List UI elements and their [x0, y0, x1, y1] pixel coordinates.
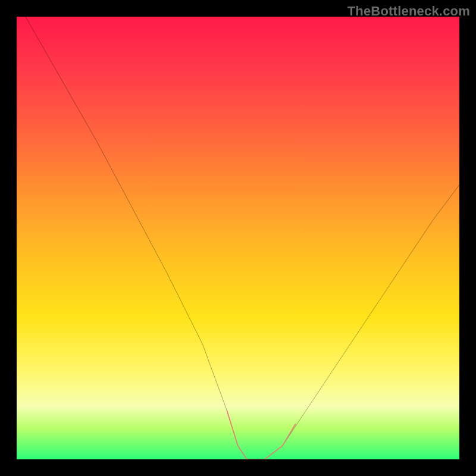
valley-highlight-path	[227, 411, 295, 459]
plot-area	[17, 17, 459, 459]
chart-frame: TheBottleneck.com	[0, 0, 476, 476]
curve-svg	[17, 17, 459, 459]
watermark-text: TheBottleneck.com	[347, 4, 470, 19]
bottleneck-curve-path	[26, 17, 459, 459]
